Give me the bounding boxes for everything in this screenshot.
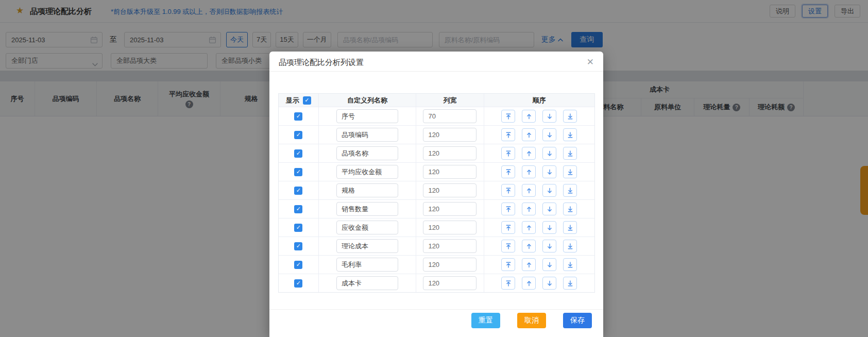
move-to-bottom-icon	[567, 132, 573, 138]
row-visible-checkbox[interactable]	[294, 168, 302, 176]
column-setting-row	[279, 181, 594, 200]
move-up-button[interactable]	[522, 277, 536, 290]
column-width-input[interactable]	[423, 239, 476, 253]
column-width-input[interactable]	[423, 109, 476, 123]
row-visible-checkbox[interactable]	[294, 112, 302, 121]
move-to-bottom-button[interactable]	[563, 258, 577, 271]
move-to-top-button[interactable]	[501, 277, 515, 290]
move-down-button[interactable]	[542, 258, 556, 271]
move-down-button[interactable]	[542, 128, 556, 141]
row-visible-checkbox[interactable]	[294, 224, 302, 232]
move-to-top-button[interactable]	[501, 147, 515, 160]
column-setting-row	[279, 237, 594, 256]
select-all-checkbox[interactable]	[303, 96, 311, 105]
move-to-bottom-button[interactable]	[563, 184, 577, 197]
move-down-button[interactable]	[542, 110, 556, 123]
move-to-bottom-button[interactable]	[563, 147, 577, 160]
header-order: 顺序	[484, 94, 594, 107]
column-width-input[interactable]	[423, 221, 476, 234]
move-down-button[interactable]	[542, 203, 556, 215]
row-visible-checkbox[interactable]	[294, 187, 302, 195]
move-to-bottom-icon	[567, 225, 573, 231]
move-to-top-button[interactable]	[501, 128, 515, 141]
move-up-icon	[526, 206, 532, 212]
move-to-bottom-icon	[567, 188, 573, 194]
row-visible-checkbox[interactable]	[294, 131, 302, 139]
move-down-icon	[547, 113, 553, 120]
column-setting-row	[279, 107, 594, 126]
move-down-icon	[547, 132, 553, 138]
move-to-top-button[interactable]	[501, 221, 515, 234]
column-width-input[interactable]	[423, 202, 476, 216]
move-to-top-icon	[505, 150, 512, 157]
move-up-button[interactable]	[522, 110, 536, 123]
move-up-button[interactable]	[522, 147, 536, 160]
column-setting-row	[279, 256, 594, 274]
move-to-bottom-button[interactable]	[563, 110, 577, 123]
save-button[interactable]: 保存	[563, 313, 592, 328]
row-visible-checkbox[interactable]	[294, 261, 302, 269]
move-up-button[interactable]	[522, 221, 536, 234]
move-to-bottom-button[interactable]	[563, 277, 577, 290]
move-down-button[interactable]	[542, 184, 556, 197]
move-down-button[interactable]	[542, 165, 556, 178]
column-width-input[interactable]	[423, 183, 476, 197]
reset-button[interactable]: 重置	[471, 313, 500, 328]
move-up-icon	[526, 225, 532, 231]
modal-title-divider	[269, 71, 603, 72]
column-width-input[interactable]	[423, 258, 476, 272]
move-up-button[interactable]	[522, 240, 536, 252]
cancel-button[interactable]: 取消	[517, 313, 546, 328]
move-up-button[interactable]	[522, 165, 536, 178]
move-to-top-icon	[505, 280, 512, 287]
column-name-input[interactable]	[336, 202, 398, 216]
move-to-bottom-button[interactable]	[563, 165, 577, 178]
move-down-button[interactable]	[542, 221, 556, 234]
move-to-top-button[interactable]	[501, 165, 515, 178]
row-visible-checkbox[interactable]	[294, 242, 302, 250]
move-down-button[interactable]	[542, 277, 556, 290]
move-to-bottom-button[interactable]	[563, 203, 577, 215]
row-visible-checkbox[interactable]	[294, 149, 302, 158]
close-icon[interactable]: ✕	[587, 58, 594, 66]
column-setting-row	[279, 274, 594, 292]
move-to-top-button[interactable]	[501, 203, 515, 215]
move-up-icon	[526, 113, 532, 120]
move-down-button[interactable]	[542, 147, 556, 160]
column-setting-row	[279, 200, 594, 218]
column-setting-row	[279, 163, 594, 181]
move-to-top-button[interactable]	[501, 258, 515, 271]
column-name-input[interactable]	[336, 276, 398, 290]
move-up-button[interactable]	[522, 184, 536, 197]
move-to-bottom-button[interactable]	[563, 240, 577, 252]
move-to-top-button[interactable]	[501, 110, 515, 123]
column-name-input[interactable]	[336, 239, 398, 253]
column-name-input[interactable]	[336, 221, 398, 234]
column-name-input[interactable]	[336, 128, 398, 142]
column-width-input[interactable]	[423, 128, 476, 142]
column-width-input[interactable]	[423, 146, 476, 160]
column-width-input[interactable]	[423, 276, 476, 290]
move-down-icon	[547, 206, 553, 212]
column-name-input[interactable]	[336, 165, 398, 179]
column-settings-table: 显示 自定义列名称 列宽 顺序	[278, 93, 595, 293]
move-up-icon	[526, 262, 532, 268]
column-name-input[interactable]	[336, 183, 398, 197]
move-up-button[interactable]	[522, 258, 536, 271]
column-name-input[interactable]	[336, 109, 398, 123]
column-name-input[interactable]	[336, 146, 398, 160]
column-name-input[interactable]	[336, 258, 398, 272]
column-width-input[interactable]	[423, 165, 476, 179]
move-to-bottom-icon	[567, 150, 573, 157]
move-down-button[interactable]	[542, 240, 556, 252]
move-up-button[interactable]	[522, 203, 536, 215]
move-to-top-button[interactable]	[501, 240, 515, 252]
move-to-bottom-button[interactable]	[563, 221, 577, 234]
row-visible-checkbox[interactable]	[294, 279, 302, 288]
row-visible-checkbox[interactable]	[294, 205, 302, 213]
move-to-top-icon	[505, 225, 512, 231]
move-to-top-button[interactable]	[501, 184, 515, 197]
move-up-button[interactable]	[522, 128, 536, 141]
move-to-bottom-button[interactable]	[563, 128, 577, 141]
move-to-bottom-icon	[567, 262, 573, 268]
